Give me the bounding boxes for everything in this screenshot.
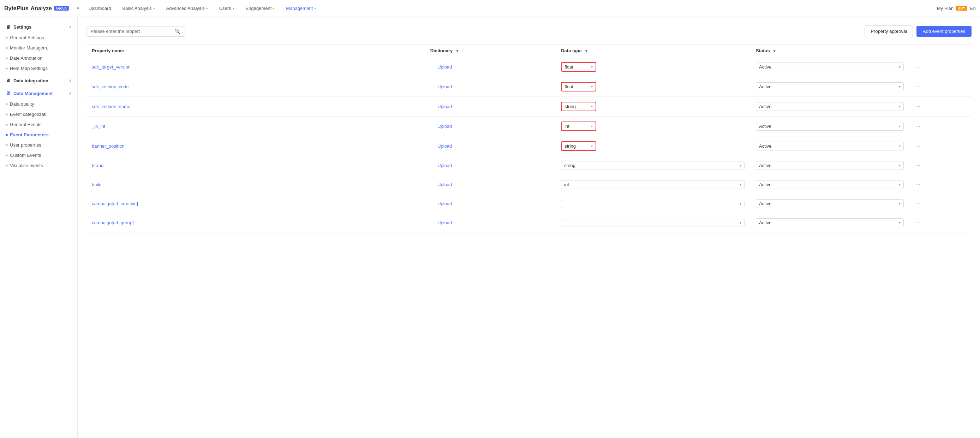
property-name-link[interactable]: _ip_int	[92, 124, 105, 129]
sidebar-item-monitor-management[interactable]: Monitor Managem.	[0, 43, 77, 53]
data-type-select[interactable]: string▾	[561, 141, 596, 151]
sidebar-item-visualise-events[interactable]: Visualise events	[0, 160, 77, 170]
property-approval-button[interactable]: Property approval	[865, 25, 913, 37]
nav-item-management[interactable]: Management ▾	[282, 3, 320, 13]
chevron-down-icon: ▾	[591, 65, 593, 69]
status-value: Active	[759, 64, 772, 70]
sidebar-item-general-events[interactable]: General Events	[0, 119, 77, 130]
search-input[interactable]	[91, 29, 172, 34]
data-type-select[interactable]: float▾	[561, 62, 596, 72]
chevron-down-icon: ▾	[740, 183, 741, 186]
status-select[interactable]: Active▾	[756, 142, 904, 150]
nav-item-engagement[interactable]: Engagement ▾	[242, 3, 279, 13]
property-name-link[interactable]: brand	[92, 163, 103, 168]
property-name-link[interactable]: sdk_target_version	[92, 64, 130, 70]
status-value: Active	[759, 182, 772, 187]
nav-plan: My Plan BUY	[937, 6, 967, 11]
data-type-select[interactable]: string▾	[561, 102, 596, 111]
more-options-icon[interactable]: ···	[915, 103, 920, 110]
chevron-down-icon: ▾	[591, 144, 593, 148]
nav-dropdown-chevron[interactable]: ▼	[75, 5, 81, 12]
plan-badge[interactable]: BUY	[956, 6, 967, 11]
sidebar-section-data-management-header[interactable]: 🖥 Data Management ∧	[0, 88, 77, 99]
status-select[interactable]: Active▾	[756, 161, 904, 170]
col-header-status: Status ▼	[750, 45, 909, 57]
table-row: sdk_version_nameUploadstring▾Active▾···	[86, 97, 972, 116]
status-value: Active	[759, 201, 772, 206]
property-name-link[interactable]: sdk_version_name	[92, 104, 130, 109]
status-value: Active	[759, 84, 772, 89]
dot-icon	[6, 103, 8, 105]
dot-icon	[6, 47, 8, 49]
table-row: campaign[ad_group]Upload▾Active▾···	[86, 213, 972, 233]
sidebar-section-data-management: 🖥 Data Management ∧ Data quality Event c…	[0, 88, 77, 170]
nav-item-basic-analysis[interactable]: Basic Analysis ▾	[118, 3, 159, 13]
nav-user[interactable]: En	[970, 6, 976, 11]
dictionary-value: Upload	[438, 220, 452, 225]
dot-icon	[6, 37, 8, 39]
sidebar-item-event-categorization[interactable]: Event categorizati.	[0, 109, 77, 119]
nav-item-advanced-analysis[interactable]: Advanced Analysis ▾	[162, 3, 212, 13]
toolbar-right: Property approval Add event properties	[865, 25, 972, 37]
data-type-select[interactable]: int▾	[561, 180, 745, 189]
sidebar-item-data-quality[interactable]: Data quality	[0, 99, 77, 109]
chevron-down-icon: ▾	[206, 6, 208, 10]
status-select[interactable]: Active▾	[756, 180, 904, 189]
nav-item-users[interactable]: Users ▾	[215, 3, 239, 13]
add-event-properties-button[interactable]: Add event properties	[916, 26, 972, 37]
dictionary-value: Upload	[438, 64, 452, 70]
sidebar-section-data-integration: 🖥 Data integration ∨	[0, 75, 77, 86]
chevron-down-icon: ▾	[591, 124, 593, 128]
property-name-link[interactable]: campaign[ad_group]	[92, 220, 134, 225]
search-box[interactable]: 🔍	[86, 26, 185, 37]
more-options-icon[interactable]: ···	[915, 162, 920, 169]
data-table: Property name Dictionary ▼ Data type ▼ S…	[86, 44, 972, 233]
status-select[interactable]: Active▾	[756, 199, 904, 208]
more-options-icon[interactable]: ···	[915, 181, 920, 188]
sidebar-item-heat-map-settings[interactable]: Heat Map Settings	[0, 63, 77, 73]
dictionary-value: Upload	[438, 104, 452, 109]
status-select[interactable]: Active▾	[756, 122, 904, 131]
data-type-select[interactable]: int▾	[561, 121, 596, 131]
status-select[interactable]: Active▾	[756, 62, 904, 72]
property-name-link[interactable]: campaign[ad_creative]	[92, 201, 138, 206]
table-row: sdk_target_versionUploadfloat▾Active▾···	[86, 57, 972, 77]
dot-icon	[6, 67, 8, 70]
sidebar-item-custom-events[interactable]: Custom Events	[0, 150, 77, 160]
sidebar-section-settings: 🖥 Settings ∧ General Settings Monitor Ma…	[0, 21, 77, 73]
sidebar: 🖥 Settings ∧ General Settings Monitor Ma…	[0, 17, 78, 438]
sidebar-item-date-annotation[interactable]: Date Annotation	[0, 53, 77, 63]
nav-item-dashboard[interactable]: Dashboard	[84, 3, 115, 13]
more-options-icon[interactable]: ···	[915, 83, 920, 90]
property-name-link[interactable]: banner_position	[92, 143, 125, 149]
sidebar-item-user-properties[interactable]: User properties	[0, 140, 77, 150]
chevron-down-icon: ∨	[69, 78, 72, 83]
chevron-down-icon: ▾	[740, 202, 741, 205]
sidebar-item-event-parameters[interactable]: Event Parameters	[0, 130, 77, 140]
top-nav: BytePlus Analyze Group ▼ Dashboard Basic…	[0, 0, 980, 17]
status-select[interactable]: Active▾	[756, 82, 904, 91]
data-type-select[interactable]: string▾	[561, 161, 745, 170]
more-options-icon[interactable]: ···	[915, 123, 920, 130]
data-type-select[interactable]: float▾	[561, 82, 596, 91]
sidebar-item-general-settings[interactable]: General Settings	[0, 32, 77, 43]
more-options-icon[interactable]: ···	[915, 63, 920, 70]
more-options-icon[interactable]: ···	[915, 219, 920, 226]
more-options-icon[interactable]: ···	[915, 200, 920, 207]
status-select[interactable]: Active▾	[756, 218, 904, 227]
chevron-down-icon: ▾	[899, 183, 900, 186]
dictionary-value: Upload	[438, 84, 452, 89]
filter-icon[interactable]: ▼	[584, 49, 588, 53]
filter-icon[interactable]: ▼	[772, 49, 776, 53]
data-type-select[interactable]: ▾	[561, 219, 745, 226]
filter-icon[interactable]: ▼	[455, 49, 459, 53]
status-select[interactable]: Active▾	[756, 102, 904, 111]
data-integration-icon: 🖥	[6, 78, 11, 83]
sidebar-section-data-integration-header[interactable]: 🖥 Data integration ∨	[0, 75, 77, 86]
property-name-link[interactable]: sdk_version_code	[92, 84, 129, 89]
sidebar-section-settings-header[interactable]: 🖥 Settings ∧	[0, 21, 77, 32]
data-type-select[interactable]: ▾	[561, 200, 745, 207]
more-options-icon[interactable]: ···	[915, 142, 920, 150]
data-type-value: int	[565, 124, 570, 129]
property-name-link[interactable]: build	[92, 182, 101, 187]
